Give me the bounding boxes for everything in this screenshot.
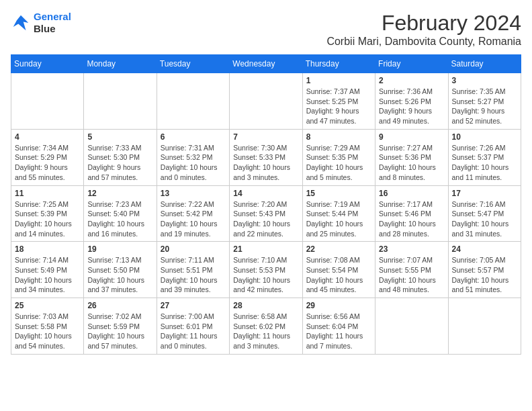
day-number: 17: [452, 189, 517, 198]
day-info: Sunrise: 6:56 AMSunset: 6:04 PMDaylight:…: [306, 312, 371, 351]
day-number: 7: [233, 132, 298, 142]
calendar-cell: 29Sunrise: 6:56 AMSunset: 6:04 PMDayligh…: [302, 298, 375, 355]
calendar-cell: [157, 73, 229, 130]
day-number: 25: [15, 301, 80, 310]
day-number: 26: [87, 301, 152, 310]
day-number: 2: [379, 76, 444, 85]
calendar-cell: 15Sunrise: 7:19 AMSunset: 5:44 PMDayligh…: [302, 185, 375, 242]
day-info: Sunrise: 7:14 AMSunset: 5:49 PMDaylight:…: [15, 255, 80, 295]
day-info: Sunrise: 7:35 AMSunset: 5:27 PMDaylight:…: [452, 87, 517, 126]
day-info: Sunrise: 7:13 AMSunset: 5:50 PMDaylight:…: [87, 255, 152, 295]
calendar-header-cell: Wednesday: [230, 55, 302, 73]
calendar-header-row: SundayMondayTuesdayWednesdayThursdayFrid…: [11, 55, 521, 73]
calendar-cell: 16Sunrise: 7:17 AMSunset: 5:46 PMDayligh…: [375, 185, 448, 242]
day-number: 27: [161, 301, 226, 310]
title-area: February 2024 Corbii Mari, Dambovita Cou…: [326, 11, 521, 48]
day-number: 9: [379, 132, 444, 142]
day-info: Sunrise: 7:27 AMSunset: 5:36 PMDaylight:…: [379, 143, 444, 183]
day-number: 20: [161, 244, 226, 254]
calendar-week-row: 11Sunrise: 7:25 AMSunset: 5:39 PMDayligh…: [11, 185, 521, 242]
day-number: 6: [161, 132, 226, 142]
calendar-cell: 26Sunrise: 7:02 AMSunset: 5:59 PMDayligh…: [84, 298, 157, 355]
calendar-cell: 11Sunrise: 7:25 AMSunset: 5:39 PMDayligh…: [11, 185, 84, 242]
calendar-week-row: 18Sunrise: 7:14 AMSunset: 5:49 PMDayligh…: [11, 242, 521, 298]
day-number: 1: [306, 76, 371, 85]
day-number: 15: [306, 189, 371, 198]
calendar-cell: 18Sunrise: 7:14 AMSunset: 5:49 PMDayligh…: [11, 242, 84, 298]
calendar-cell: 14Sunrise: 7:20 AMSunset: 5:43 PMDayligh…: [230, 185, 302, 242]
month-title: February 2024: [326, 11, 521, 36]
day-info: Sunrise: 7:37 AMSunset: 5:25 PMDaylight:…: [306, 87, 371, 126]
calendar-cell: 12Sunrise: 7:23 AMSunset: 5:40 PMDayligh…: [84, 185, 157, 242]
day-number: 29: [306, 301, 371, 310]
day-info: Sunrise: 7:33 AMSunset: 5:30 PMDaylight:…: [87, 143, 152, 183]
calendar: SundayMondayTuesdayWednesdayThursdayFrid…: [11, 54, 521, 355]
location-subtitle: Corbii Mari, Dambovita County, Romania: [326, 36, 521, 48]
day-number: 12: [87, 189, 152, 198]
calendar-header-cell: Tuesday: [157, 55, 229, 73]
day-number: 28: [233, 301, 298, 310]
svg-marker-0: [13, 15, 29, 31]
calendar-cell: 24Sunrise: 7:05 AMSunset: 5:57 PMDayligh…: [448, 242, 521, 298]
calendar-cell: 8Sunrise: 7:29 AMSunset: 5:35 PMDaylight…: [302, 129, 375, 185]
day-info: Sunrise: 7:02 AMSunset: 5:59 PMDaylight:…: [87, 312, 152, 351]
day-number: 24: [452, 244, 517, 254]
day-number: 3: [452, 76, 517, 85]
day-number: 23: [379, 244, 444, 254]
calendar-week-row: 25Sunrise: 7:03 AMSunset: 5:58 PMDayligh…: [11, 298, 521, 355]
day-info: Sunrise: 7:17 AMSunset: 5:46 PMDaylight:…: [379, 199, 444, 239]
calendar-cell: 13Sunrise: 7:22 AMSunset: 5:42 PMDayligh…: [157, 185, 229, 242]
day-info: Sunrise: 7:29 AMSunset: 5:35 PMDaylight:…: [306, 143, 371, 183]
calendar-cell: 28Sunrise: 6:58 AMSunset: 6:02 PMDayligh…: [230, 298, 302, 355]
calendar-cell: [11, 73, 84, 130]
calendar-cell: 20Sunrise: 7:11 AMSunset: 5:51 PMDayligh…: [157, 242, 229, 298]
calendar-header-cell: Thursday: [302, 55, 375, 73]
calendar-cell: [448, 298, 521, 355]
day-number: 11: [15, 189, 80, 198]
day-info: Sunrise: 7:00 AMSunset: 6:01 PMDaylight:…: [161, 312, 226, 351]
day-number: 21: [233, 244, 298, 254]
calendar-header-cell: Monday: [84, 55, 157, 73]
calendar-week-row: 4Sunrise: 7:34 AMSunset: 5:29 PMDaylight…: [11, 129, 521, 185]
day-number: 13: [161, 189, 226, 198]
day-info: Sunrise: 7:10 AMSunset: 5:53 PMDaylight:…: [233, 255, 298, 295]
day-number: 19: [87, 244, 152, 254]
calendar-cell: 2Sunrise: 7:36 AMSunset: 5:26 PMDaylight…: [375, 73, 448, 130]
calendar-cell: 25Sunrise: 7:03 AMSunset: 5:58 PMDayligh…: [11, 298, 84, 355]
day-info: Sunrise: 7:03 AMSunset: 5:58 PMDaylight:…: [15, 312, 80, 351]
day-info: Sunrise: 7:05 AMSunset: 5:57 PMDaylight:…: [452, 255, 517, 295]
day-info: Sunrise: 7:07 AMSunset: 5:55 PMDaylight:…: [379, 255, 444, 295]
header: General Blue February 2024 Corbii Mari, …: [11, 11, 521, 48]
day-number: 22: [306, 244, 371, 254]
day-info: Sunrise: 6:58 AMSunset: 6:02 PMDaylight:…: [233, 312, 298, 351]
day-info: Sunrise: 7:25 AMSunset: 5:39 PMDaylight:…: [15, 199, 80, 239]
calendar-cell: [230, 73, 302, 130]
calendar-cell: 4Sunrise: 7:34 AMSunset: 5:29 PMDaylight…: [11, 129, 84, 185]
calendar-header-cell: Saturday: [448, 55, 521, 73]
calendar-cell: 27Sunrise: 7:00 AMSunset: 6:01 PMDayligh…: [157, 298, 229, 355]
calendar-header-cell: Friday: [375, 55, 448, 73]
day-number: 18: [15, 244, 80, 254]
calendar-cell: 3Sunrise: 7:35 AMSunset: 5:27 PMDaylight…: [448, 73, 521, 130]
calendar-cell: 21Sunrise: 7:10 AMSunset: 5:53 PMDayligh…: [230, 242, 302, 298]
day-info: Sunrise: 7:31 AMSunset: 5:32 PMDaylight:…: [161, 143, 226, 183]
day-number: 8: [306, 132, 371, 142]
day-number: 5: [87, 132, 152, 142]
calendar-week-row: 1Sunrise: 7:37 AMSunset: 5:25 PMDaylight…: [11, 73, 521, 130]
calendar-cell: 22Sunrise: 7:08 AMSunset: 5:54 PMDayligh…: [302, 242, 375, 298]
calendar-cell: [375, 298, 448, 355]
calendar-cell: 23Sunrise: 7:07 AMSunset: 5:55 PMDayligh…: [375, 242, 448, 298]
logo-text: General Blue: [34, 11, 71, 35]
calendar-cell: 6Sunrise: 7:31 AMSunset: 5:32 PMDaylight…: [157, 129, 229, 185]
calendar-cell: 17Sunrise: 7:16 AMSunset: 5:47 PMDayligh…: [448, 185, 521, 242]
day-number: 10: [452, 132, 517, 142]
calendar-cell: 19Sunrise: 7:13 AMSunset: 5:50 PMDayligh…: [84, 242, 157, 298]
day-info: Sunrise: 7:19 AMSunset: 5:44 PMDaylight:…: [306, 199, 371, 239]
day-info: Sunrise: 7:08 AMSunset: 5:54 PMDaylight:…: [306, 255, 371, 295]
calendar-header-cell: Sunday: [11, 55, 84, 73]
day-info: Sunrise: 7:22 AMSunset: 5:42 PMDaylight:…: [161, 199, 226, 239]
calendar-cell: 9Sunrise: 7:27 AMSunset: 5:36 PMDaylight…: [375, 129, 448, 185]
calendar-cell: [84, 73, 157, 130]
day-info: Sunrise: 7:16 AMSunset: 5:47 PMDaylight:…: [452, 199, 517, 239]
logo-icon: [11, 13, 31, 33]
